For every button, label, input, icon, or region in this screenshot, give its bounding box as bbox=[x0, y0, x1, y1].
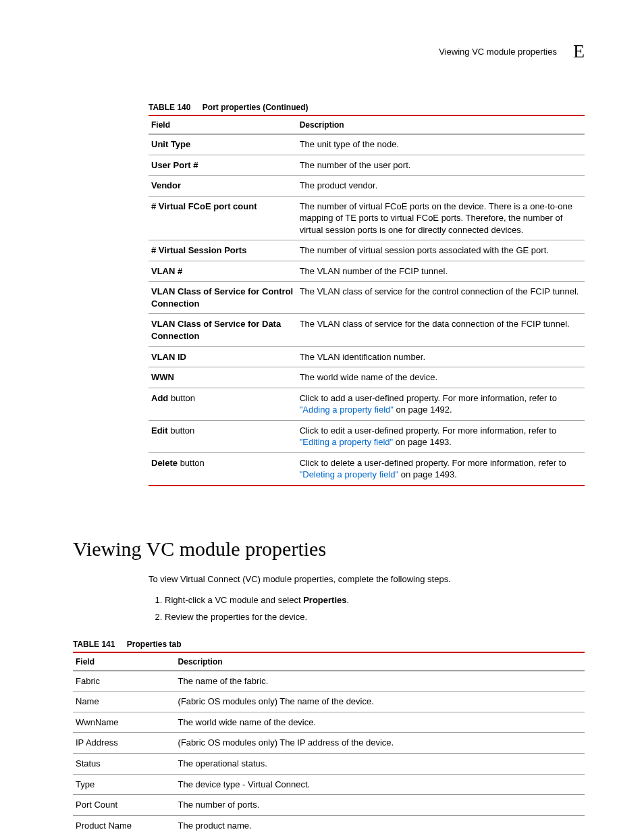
xref-tail: on page 1493. bbox=[398, 469, 457, 479]
table-141-label: TABLE 141 bbox=[73, 640, 115, 649]
table-row: FabricThe name of the fabric. bbox=[73, 671, 585, 692]
table-140-field: VLAN Class of Service for Control Connec… bbox=[149, 282, 297, 314]
table-140-field: Delete button bbox=[149, 452, 297, 486]
table-row: StatusThe operational status. bbox=[73, 754, 585, 775]
desc-text: The world wide name of the device. bbox=[300, 372, 438, 382]
table-row: Name(Fabric OS modules only) The name of… bbox=[73, 692, 585, 712]
table-140-desc: The number of virtual session ports asso… bbox=[297, 240, 585, 261]
desc-text: The unit type of the node. bbox=[300, 139, 399, 149]
table-140-title: Port properties (Continued) bbox=[203, 103, 308, 112]
table-row: IP Address(Fabric OS modules only) The I… bbox=[73, 733, 585, 754]
section-intro: To view Virtual Connect (VC) module prop… bbox=[149, 573, 585, 626]
field-bold: WWN bbox=[151, 372, 174, 382]
table-141: Field Description FabricThe name of the … bbox=[73, 652, 585, 834]
table-row: VendorThe product vendor. bbox=[149, 176, 585, 197]
table-140-desc: The product vendor. bbox=[297, 176, 585, 197]
running-title: Viewing VC module properties bbox=[439, 47, 557, 57]
table-140-field: Vendor bbox=[149, 176, 297, 197]
table-140-caption: TABLE 140 Port properties (Continued) bbox=[149, 103, 585, 112]
table-row: User Port #The number of the user port. bbox=[149, 155, 585, 176]
field-bold: User Port # bbox=[151, 160, 198, 170]
field-bold: Unit Type bbox=[151, 139, 190, 149]
table-140-field: # Virtual FCoE port count bbox=[149, 196, 297, 240]
table-141-field: IP Address bbox=[73, 733, 176, 754]
table-141-desc: The number of ports. bbox=[176, 795, 585, 816]
xref-link[interactable]: "Adding a property field" bbox=[300, 405, 394, 415]
desc-text: The number of virtual session ports asso… bbox=[300, 245, 549, 255]
table-140-field: VLAN ID bbox=[149, 346, 297, 367]
table-141-title: Properties tab bbox=[127, 640, 182, 649]
xref-link[interactable]: "Editing a property field" bbox=[300, 437, 394, 447]
table-141-desc: (Fabric OS modules only) The IP address … bbox=[176, 733, 585, 754]
table-140-desc: The number of virtual FCoE ports on the … bbox=[297, 196, 585, 240]
table-row: Port CountThe number of ports. bbox=[73, 795, 585, 816]
table-row: Delete buttonClick to delete a user-defi… bbox=[149, 452, 585, 486]
table-141-desc: The product name. bbox=[176, 815, 585, 834]
table-141-desc: The operational status. bbox=[176, 754, 585, 775]
running-header: Viewing VC module properties E bbox=[73, 41, 585, 62]
table-141-field: Product Name bbox=[73, 815, 176, 834]
table-141-head-field: Field bbox=[73, 652, 176, 671]
table-140-desc: The VLAN number of the FCIP tunnel. bbox=[297, 261, 585, 282]
table-140-field: VLAN # bbox=[149, 261, 297, 282]
field-bold: VLAN Class of Service for Data Connectio… bbox=[151, 319, 281, 341]
table-141-caption: TABLE 141 Properties tab bbox=[73, 640, 585, 649]
table-140-head-field: Field bbox=[149, 115, 297, 134]
table-140-desc: The VLAN class of service for the data c… bbox=[297, 314, 585, 346]
table-row: # Virtual FCoE port countThe number of v… bbox=[149, 196, 585, 240]
desc-text: The number of the user port. bbox=[300, 160, 411, 170]
table-140-field: VLAN Class of Service for Data Connectio… bbox=[149, 314, 297, 346]
table-140-desc: The world wide name of the device. bbox=[297, 367, 585, 388]
table-row: VLAN Class of Service for Data Connectio… bbox=[149, 314, 585, 346]
intro-text: To view Virtual Connect (VC) module prop… bbox=[149, 573, 585, 586]
field-bold: Delete bbox=[151, 458, 178, 468]
table-140-desc: The number of the user port. bbox=[297, 155, 585, 176]
xref-tail: on page 1492. bbox=[394, 405, 452, 415]
table-141-field: Name bbox=[73, 692, 176, 712]
field-rest: button bbox=[168, 393, 195, 403]
step-1-keyword: Properties bbox=[303, 595, 346, 605]
steps-list: Right-click a VC module and select Prope… bbox=[149, 592, 585, 625]
field-bold: Vendor bbox=[151, 180, 181, 190]
table-141-field: Status bbox=[73, 754, 176, 775]
table-140-block: TABLE 140 Port properties (Continued) Fi… bbox=[149, 103, 585, 486]
page: Viewing VC module properties E TABLE 140… bbox=[0, 0, 644, 834]
table-140-head-desc: Description bbox=[297, 115, 585, 134]
table-141-field: Fabric bbox=[73, 671, 176, 692]
table-row: # Virtual Session PortsThe number of vir… bbox=[149, 240, 585, 261]
desc-text: Click to delete a user-defined property.… bbox=[300, 458, 566, 468]
xref-tail: on page 1493. bbox=[393, 437, 452, 447]
table-141-desc: The name of the fabric. bbox=[176, 671, 585, 692]
table-row: WwnNameThe world wide name of the device… bbox=[73, 712, 585, 733]
table-row: Unit TypeThe unit type of the node. bbox=[149, 134, 585, 155]
table-140-field: Edit button bbox=[149, 420, 297, 452]
table-140-field: WWN bbox=[149, 367, 297, 388]
table-140-field: # Virtual Session Ports bbox=[149, 240, 297, 261]
desc-text: The product vendor. bbox=[300, 180, 378, 190]
table-row: VLAN IDThe VLAN identification number. bbox=[149, 346, 585, 367]
table-140-field: Unit Type bbox=[149, 134, 297, 155]
field-bold: Add bbox=[151, 393, 168, 403]
step-1: Right-click a VC module and select Prope… bbox=[165, 592, 585, 609]
field-bold: Edit bbox=[151, 425, 168, 436]
table-141-desc: The device type - Virtual Connect. bbox=[176, 774, 585, 795]
field-bold: VLAN # bbox=[151, 266, 182, 276]
step-1-pre: Right-click a VC module and select bbox=[165, 595, 303, 605]
field-bold: VLAN Class of Service for Control Connec… bbox=[151, 286, 293, 309]
xref-link[interactable]: "Deleting a property field" bbox=[300, 469, 399, 479]
table-141-field: Port Count bbox=[73, 795, 176, 816]
table-row: VLAN #The VLAN number of the FCIP tunnel… bbox=[149, 261, 585, 282]
table-141-desc: (Fabric OS modules only) The name of the… bbox=[176, 692, 585, 712]
table-140-desc: The VLAN class of service for the contro… bbox=[297, 282, 585, 314]
desc-text: Click to edit a user-defined property. F… bbox=[300, 425, 557, 436]
table-140-desc: Click to edit a user-defined property. F… bbox=[297, 420, 585, 452]
table-row: VLAN Class of Service for Control Connec… bbox=[149, 282, 585, 314]
step-2: Review the properties for the device. bbox=[165, 609, 585, 626]
table-row: Product NameThe product name. bbox=[73, 815, 585, 834]
desc-text: The VLAN class of service for the data c… bbox=[300, 319, 570, 329]
table-row: Edit buttonClick to edit a user-defined … bbox=[149, 420, 585, 452]
desc-text: The VLAN number of the FCIP tunnel. bbox=[300, 266, 448, 276]
table-141-desc: The world wide name of the device. bbox=[176, 712, 585, 733]
desc-text: Click to add a user-defined property. Fo… bbox=[300, 393, 557, 403]
table-141-field: WwnName bbox=[73, 712, 176, 733]
